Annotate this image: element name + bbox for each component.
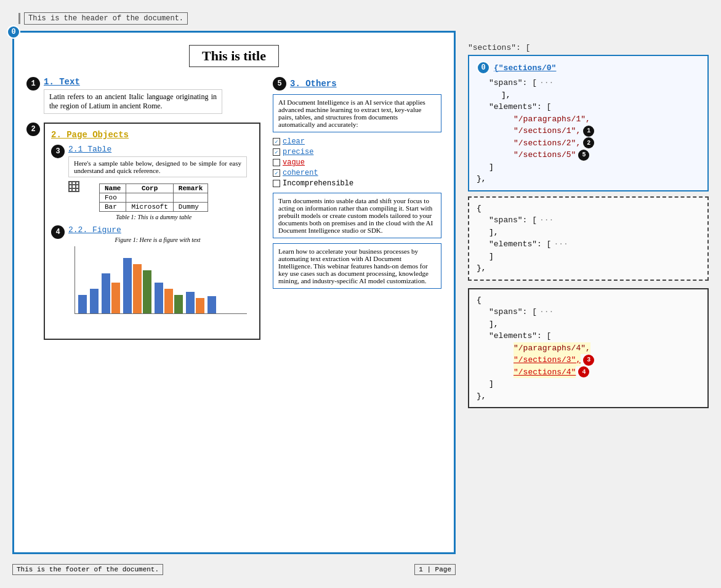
checkbox-label-clear: clear [283, 137, 305, 146]
document-title: This is title [189, 45, 279, 67]
footer-text: This is the footer of the document. [12, 564, 163, 575]
table-wrapper: Name Corp Remark [84, 181, 208, 220]
col-name: Name [100, 184, 126, 193]
section5-para2: Turn documents into usable data and shif… [273, 193, 441, 238]
json-badge-0: 0 [477, 61, 490, 75]
section3-heading: 2.1 Table [68, 145, 247, 154]
section2-row: 2 2. Page Objects 3 2.1 Table Here's a s… [26, 123, 260, 347]
bar-chart-area [75, 246, 247, 332]
bar-orange-3 [111, 283, 120, 313]
json-bottom-para4: "/paragraphs/4", [514, 342, 700, 355]
footer-page: 1 | Page [414, 564, 456, 575]
cell-corp2: Microsoft [126, 203, 173, 212]
left-column: 1 1. Text Latin refers to an ancient Ita… [26, 77, 260, 347]
checkbox-vague: vague [273, 158, 441, 167]
section3-body: Here's a sample table below, designed to… [68, 156, 247, 177]
bar-group-7 [207, 296, 216, 313]
document-page: 0 This is title 1 1. Text Latin refers t… [12, 31, 456, 554]
checkbox-checked-icon: ✓ [273, 138, 280, 145]
checkbox-coherent: ✓ coherent [273, 169, 441, 177]
badge-2: 2 [26, 123, 40, 136]
json-badge-inline-2: 2 [583, 137, 594, 148]
json-badge-inline-1: 1 [583, 126, 594, 137]
badge-5: 5 [273, 77, 286, 91]
doc-footer: This is the footer of the document. 1 | … [12, 564, 456, 575]
section5-heading: 3. Others [290, 79, 337, 89]
json-panel: "sections": [ 0 {"sections/0" "spans": [… [468, 12, 709, 575]
checkbox-precise: ✓ precise [273, 148, 441, 156]
section1-content: 1. Text Latin refers to an ancient Itali… [44, 77, 260, 114]
checkbox-label-incomprehensible: Incomprehensible [283, 179, 353, 188]
checkbox-label-vague: vague [283, 158, 305, 167]
bar-orange-6 [196, 298, 204, 313]
cell-remark1 [173, 193, 208, 203]
checkbox-unchecked-icon2 [273, 180, 280, 187]
cell-bar: Bar [100, 203, 126, 212]
checkbox-label-coherent: coherent [283, 169, 318, 177]
badge-1: 1 [26, 77, 40, 91]
document-header: This is the header of the document. [24, 12, 188, 25]
json-elem-para1: "/paragraphs/1", [514, 113, 700, 126]
checkbox-checked-icon3: ✓ [273, 169, 280, 177]
table-row-wrapper: Name Corp Remark [68, 181, 247, 220]
badge-3: 3 [51, 145, 65, 158]
bar-group-1 [78, 295, 87, 313]
bar-orange-4 [133, 264, 142, 313]
col-remark: Remark [173, 184, 208, 193]
json-intro: "sections": [ [468, 43, 709, 52]
bar-group-2 [90, 289, 99, 313]
section4-content: 2.2. Figure Figure 1: Here is a figure w… [68, 225, 247, 332]
section3-content: 2.1 Table Here's a sample table below, d… [68, 145, 247, 220]
table-caption: Table 1: This is a dummy table [99, 214, 208, 220]
doc-inner: 1 1. Text Latin refers to an ancient Ita… [26, 77, 441, 347]
col-corp: Corp [126, 184, 173, 193]
bar-green-4 [143, 270, 151, 313]
bar-blue-3 [102, 273, 110, 313]
json-elem-sec2-row: "/sections/2", 2 [514, 137, 700, 150]
bar-blue-4 [123, 258, 132, 313]
badge-4: 4 [51, 225, 65, 239]
bar-orange-5 [164, 289, 173, 313]
json-badge-inline-5: 5 [578, 150, 589, 161]
section1-row: 1 1. Text Latin refers to an ancient Ita… [26, 77, 260, 114]
bar-blue-7 [207, 296, 216, 313]
json-bottom-sec4-row: "/sections/4" 4 [514, 366, 700, 379]
cell-corp1 [126, 193, 173, 203]
data-table: Name Corp Remark [99, 183, 208, 212]
json-elem-sec5-row: "/sections/5" 5 [514, 149, 700, 161]
json-badge-inline-4: 4 [578, 366, 589, 377]
checkbox-unchecked-icon [273, 159, 280, 166]
table-row: Foo [100, 193, 208, 203]
section4-row: 4 2.2. Figure Figure 1: Here is a figure… [51, 225, 253, 332]
json-badge-row-0: 0 {"sections/0" [477, 61, 700, 75]
checkbox-checked-icon2: ✓ [273, 148, 280, 156]
bar-blue-6 [186, 292, 195, 313]
json-elements-list: "/paragraphs/1", "/sections/1", 1 "/sect… [514, 113, 700, 161]
checkbox-label-precise: precise [283, 148, 313, 156]
title-row: This is title [26, 45, 441, 67]
json-elem-sec1-row: "/sections/1", 1 [514, 125, 700, 137]
badge-0: 0 [7, 25, 20, 39]
cell-foo: Foo [100, 193, 126, 203]
json-mid-section: { "spans": [··· ], "elements": [··· ] }, [468, 195, 709, 282]
bar-blue-2 [90, 289, 99, 313]
right-column: 5 3. Others AI Document Intelligence is … [273, 77, 441, 347]
cell-remark2: Dummy [173, 203, 208, 212]
bar-group-5 [155, 283, 183, 313]
section1-body: Latin refers to an ancient Italic langua… [44, 89, 222, 114]
section5-heading-row: 5 3. Others [273, 77, 441, 91]
checkbox-list: ✓ clear ✓ precise vague ✓ [273, 137, 441, 188]
json-spans: "spans": [ ··· ], "elements": [ "/paragr… [489, 77, 700, 173]
json-badge-inline-3: 3 [583, 355, 594, 366]
bar-group-6 [186, 292, 204, 313]
bar-blue-1 [78, 295, 87, 313]
bar-blue-5 [155, 283, 163, 313]
section2-heading: 2. Page Objects [51, 130, 253, 140]
bar-chart [75, 246, 247, 314]
table-icon [68, 181, 79, 192]
section5-para1: AI Document Intelligence is an AI servic… [273, 94, 441, 132]
bar-group-3 [102, 273, 120, 313]
figure-caption: Figure 1: Here is a figure with text [68, 236, 247, 243]
section1-heading: 1. Text [44, 77, 260, 87]
json-dashed-box: { "spans": [··· ], "elements": [··· ] }, [468, 196, 709, 281]
